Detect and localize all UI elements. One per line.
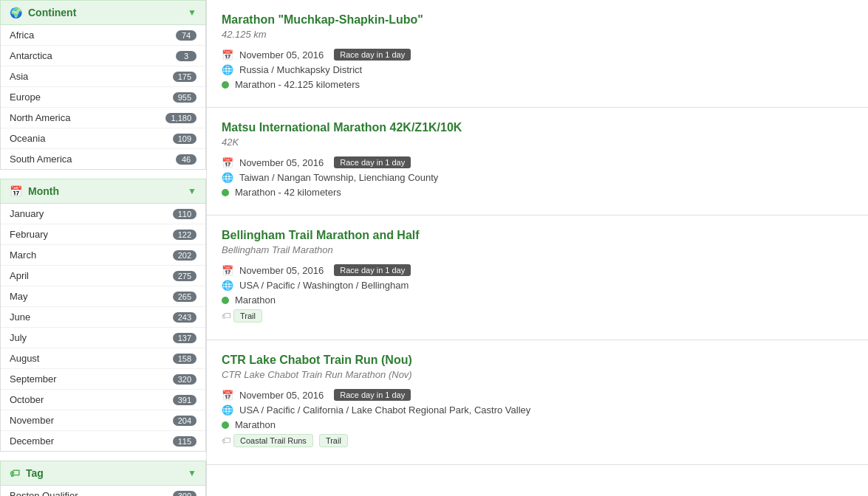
item-count: 122 (173, 230, 197, 240)
item-count: 46 (176, 154, 197, 165)
calendar-icon: 📅 (222, 49, 233, 61)
continent-filter: 🌍 Continent ▼ Africa 74 Antarctica 3 Asi… (0, 0, 206, 170)
tag-items: Boston Qualifier 300 Motor Speedway 2 (0, 486, 206, 496)
list-item[interactable]: August 158 (1, 348, 205, 369)
race-type: Marathon - 42 kilometers (222, 187, 853, 198)
item-count: 158 (173, 354, 197, 364)
race-type-text: Marathon - 42.125 kilometers (235, 79, 360, 90)
tag-badge[interactable]: Trail (233, 309, 262, 323)
item-count: 110 (173, 209, 197, 219)
list-item[interactable]: Africa 74 (1, 25, 205, 46)
race-card: Matsu International Marathon 42K/Z1K/10K… (207, 108, 868, 216)
globe-icon: 🌐 (222, 280, 233, 291)
race-card: Marathon "Muchkap-Shapkin-Lubo" 42.125 k… (207, 0, 868, 108)
list-item[interactable]: North America 1,180 (1, 108, 205, 128)
status-dot (222, 189, 229, 196)
item-label: February (10, 229, 48, 240)
race-date-text: November 05, 2016 (239, 157, 324, 168)
list-item[interactable]: July 137 (1, 328, 205, 348)
race-day-badge: Race day in 1 day (334, 49, 411, 61)
race-location: 🌐 USA / Pacific / California / Lake Chab… (222, 404, 853, 416)
tag-icon: 🏷 (222, 435, 230, 446)
globe-icon: 🌐 (222, 64, 233, 75)
race-title[interactable]: Marathon "Muchkap-Shapkin-Lubo" (222, 13, 853, 27)
race-date: 📅 November 05, 2016 Race day in 1 day (222, 389, 853, 401)
continent-items: Africa 74 Antarctica 3 Asia 175 Europe 9… (0, 25, 206, 170)
month-chevron-icon: ▼ (188, 186, 197, 196)
status-dot (222, 421, 229, 429)
list-item[interactable]: June 243 (1, 307, 205, 328)
race-date-text: November 05, 2016 (239, 49, 324, 61)
list-item[interactable]: November 204 (1, 410, 205, 431)
item-label: November (10, 415, 54, 426)
race-type: Marathon (222, 419, 853, 430)
race-date-text: November 05, 2016 (239, 265, 324, 276)
race-tags: 🏷 Coastal Trail RunsTrail (222, 434, 853, 447)
list-item[interactable]: January 110 (1, 204, 205, 224)
globe-icon: 🌐 (222, 404, 233, 416)
item-count: 955 (173, 92, 197, 103)
tag-filter-header[interactable]: 🏷 Tag ▼ (0, 461, 206, 486)
list-item[interactable]: Asia 175 (1, 66, 205, 87)
list-item[interactable]: April 275 (1, 266, 205, 286)
race-day-badge: Race day in 1 day (334, 156, 411, 168)
race-location-text: Russia / Muchkapsky District (239, 64, 362, 75)
race-day-badge: Race day in 1 day (334, 264, 411, 276)
race-subtitle: 42.125 km (222, 29, 853, 40)
list-item[interactable]: Europe 955 (1, 87, 205, 108)
race-tags: 🏷 Trail (222, 309, 853, 323)
race-card: Bellingham Trail Marathon and Half Belli… (207, 216, 868, 340)
item-count: 109 (173, 134, 197, 144)
item-label: April (10, 270, 29, 281)
tag-badge[interactable]: Trail (319, 434, 348, 447)
globe-icon: 🌐 (222, 172, 233, 183)
race-title[interactable]: CTR Lake Chabot Train Run (Nou) (222, 354, 853, 367)
tag-filter: 🏷 Tag ▼ Boston Qualifier 300 Motor Speed… (0, 461, 206, 496)
list-item[interactable]: February 122 (1, 224, 205, 245)
list-item[interactable]: South America 46 (1, 149, 205, 169)
item-label: December (10, 435, 54, 447)
item-label: Oceania (10, 133, 45, 144)
item-label: Europe (10, 92, 41, 103)
status-dot (222, 81, 229, 89)
list-item[interactable]: May 265 (1, 286, 205, 307)
item-label: Antarctica (10, 50, 52, 61)
race-date-text: November 05, 2016 (239, 390, 324, 401)
main-content: Marathon "Muchkap-Shapkin-Lubo" 42.125 k… (207, 0, 868, 496)
month-filter-header[interactable]: 📅 Month ▼ (0, 179, 206, 204)
list-item[interactable]: September 320 (1, 369, 205, 390)
item-count: 137 (173, 333, 197, 343)
race-location-text: Taiwan / Nangan Township, Lienchiang Cou… (239, 172, 438, 183)
tag-icon: 🏷 (222, 311, 230, 321)
list-item[interactable]: December 115 (1, 431, 205, 451)
item-label: July (10, 332, 27, 343)
tag-chevron-icon: ▼ (188, 468, 197, 478)
race-type: Marathon - 42.125 kilometers (222, 79, 853, 90)
item-label: January (10, 208, 44, 219)
status-dot (222, 297, 229, 304)
item-label: Boston Qualifier (10, 490, 78, 496)
race-title[interactable]: Bellingham Trail Marathon and Half (222, 229, 853, 242)
continent-filter-header[interactable]: 🌍 Continent ▼ (0, 0, 206, 25)
race-title[interactable]: Matsu International Marathon 42K/Z1K/10K (222, 121, 853, 134)
item-label: Africa (10, 30, 34, 41)
item-label: North America (10, 112, 70, 123)
race-subtitle: 42K (222, 137, 853, 148)
tag-label: Tag (26, 467, 44, 479)
tag-badge[interactable]: Coastal Trail Runs (233, 434, 313, 447)
month-filter: 📅 Month ▼ January 110 February 122 March… (0, 179, 206, 452)
item-count: 74 (176, 30, 197, 41)
item-count: 275 (173, 271, 197, 281)
item-count: 300 (173, 491, 197, 497)
month-label: Month (28, 185, 59, 197)
list-item[interactable]: October 391 (1, 390, 205, 410)
race-date: 📅 November 05, 2016 Race day in 1 day (222, 49, 853, 61)
calendar-icon: 📅 (222, 390, 233, 401)
continent-icon: 🌍 (10, 7, 22, 18)
list-item[interactable]: Oceania 109 (1, 128, 205, 149)
continent-label: Continent (28, 7, 76, 18)
list-item[interactable]: March 202 (1, 245, 205, 266)
item-count: 1,180 (165, 113, 197, 123)
list-item[interactable]: Antarctica 3 (1, 46, 205, 66)
list-item[interactable]: Boston Qualifier 300 (1, 486, 205, 496)
